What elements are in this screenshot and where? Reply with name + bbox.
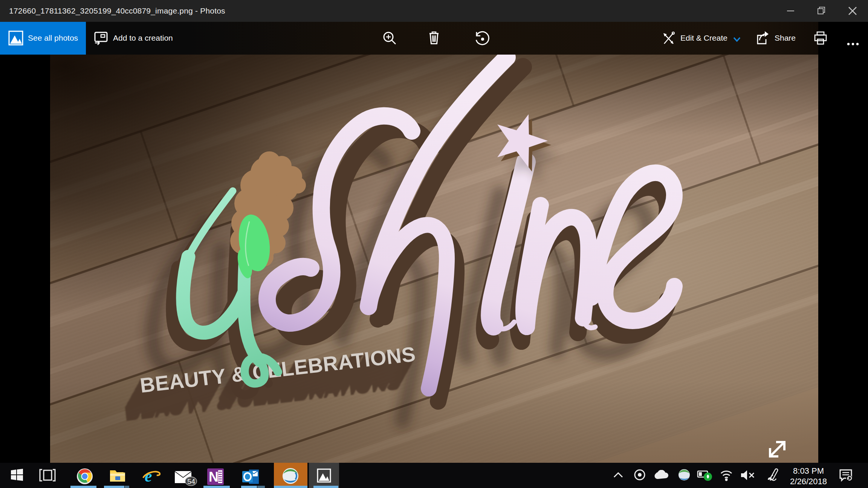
svg-text:54: 54: [187, 477, 196, 485]
svg-text:e: e: [145, 468, 152, 485]
svg-text:N: N: [209, 469, 219, 485]
